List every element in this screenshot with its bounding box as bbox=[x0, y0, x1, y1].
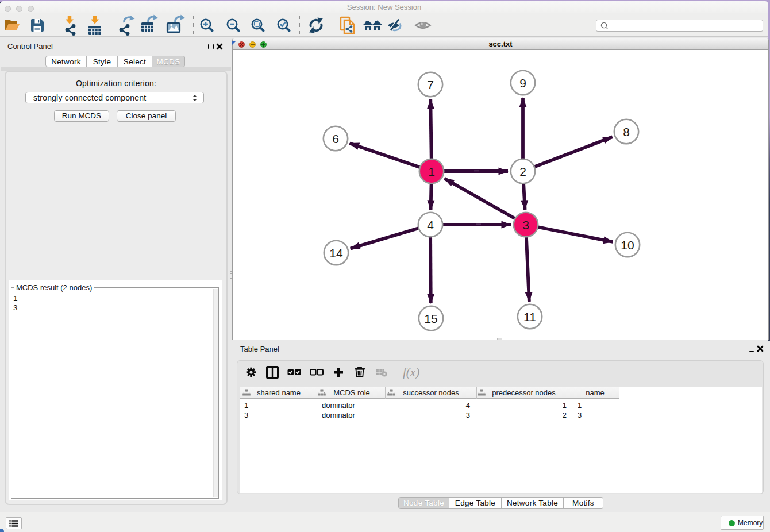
svg-text:6: 6 bbox=[332, 132, 339, 145]
svg-text:15: 15 bbox=[424, 312, 437, 325]
svg-text:2: 2 bbox=[519, 165, 526, 178]
svg-text:1: 1 bbox=[428, 165, 435, 178]
svg-text:14: 14 bbox=[329, 246, 343, 260]
svg-text:8: 8 bbox=[623, 125, 630, 138]
svg-text:9: 9 bbox=[519, 76, 526, 90]
svg-text:4: 4 bbox=[427, 218, 434, 232]
svg-text:f(x): f(x) bbox=[403, 365, 419, 379]
svg-text:11: 11 bbox=[523, 310, 536, 323]
svg-text:3: 3 bbox=[522, 218, 529, 232]
svg-text:7: 7 bbox=[427, 78, 434, 91]
svg-text:10: 10 bbox=[621, 238, 634, 252]
